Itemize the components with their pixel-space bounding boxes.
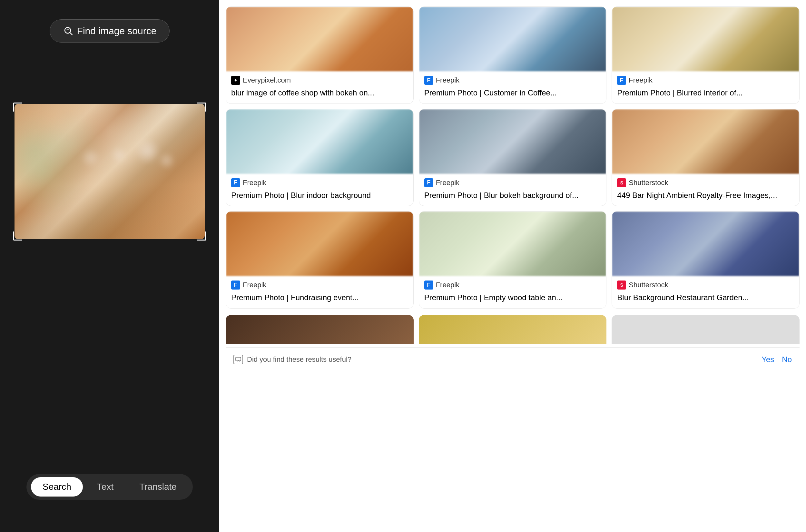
result-card[interactable]: F Freepik Premium Photo | Customer in Co… [419,6,607,104]
partial-card-3[interactable] [612,315,800,344]
source-name: Everypixel.com [243,76,291,84]
result-title: blur image of coffee shop with bokeh on.… [231,88,408,98]
corner-handle-br[interactable] [197,231,206,241]
source-icon-freepik: F [424,76,433,85]
source-row: F Freepik [617,76,794,85]
result-info: F Freepik Premium Photo | Customer in Co… [419,71,607,103]
result-card[interactable]: S Shutterstock Blur Background Restauran… [612,211,800,308]
result-image [419,211,607,276]
result-info: S Shutterstock Blur Background Restauran… [612,276,799,308]
result-image [612,109,799,174]
source-row: F Freepik [424,178,601,187]
result-card[interactable]: F Freepik Premium Photo | Blurred interi… [612,6,800,104]
search-lens-icon [63,25,74,36]
result-title: Premium Photo | Empty wood table an... [424,292,601,303]
results-grid: ✦ Everypixel.com blur image of coffee sh… [226,6,800,315]
source-name: Shutterstock [629,178,668,187]
source-name: Freepik [436,76,459,84]
result-info: F Freepik Premium Photo | Fundraising ev… [226,276,413,308]
source-icon-freepik: F [617,76,626,85]
corner-handle-tl[interactable] [13,102,22,112]
source-row: ✦ Everypixel.com [231,76,408,85]
partial-results-row [226,315,800,344]
source-row: S Shutterstock [617,178,794,187]
feedback-bar: Did you find these results useful? Yes N… [226,347,800,372]
source-name: Freepik [243,281,266,289]
result-image [226,211,413,276]
result-info: F Freepik Premium Photo | Blur bokeh bac… [419,174,607,206]
uploaded-image [15,104,205,239]
result-info: S Shutterstock 449 Bar Night Ambient Roy… [612,174,799,206]
result-info: F Freepik Premium Photo | Blur indoor ba… [226,174,413,206]
source-name: Freepik [629,76,652,84]
image-preview-area [15,104,205,239]
left-panel: Find image source Search Text Translate [0,0,219,532]
source-row: F Freepik [231,178,408,187]
feedback-actions: Yes No [762,355,792,364]
result-image [226,109,413,174]
result-title: Premium Photo | Customer in Coffee... [424,88,601,98]
result-card[interactable]: S Shutterstock 449 Bar Night Ambient Roy… [612,109,800,206]
result-image [226,7,413,71]
feedback-question-text: Did you find these results useful? [247,355,351,364]
result-card[interactable]: F Freepik Premium Photo | Blur bokeh bac… [419,109,607,206]
partial-card-1[interactable] [226,315,414,344]
source-name: Freepik [436,281,459,289]
source-icon-freepik: F [231,281,240,289]
result-info: ✦ Everypixel.com blur image of coffee sh… [226,71,413,103]
right-panel: ✦ Everypixel.com blur image of coffee sh… [219,0,806,532]
bottom-tab-bar: Search Text Translate [26,474,193,500]
tab-translate[interactable]: Translate [128,477,188,496]
result-card[interactable]: F Freepik Premium Photo | Empty wood tab… [419,211,607,308]
source-row: F Freepik [424,281,601,289]
svg-line-1 [70,33,72,35]
corner-handle-tr[interactable] [197,102,206,112]
result-title: 449 Bar Night Ambient Royalty-Free Image… [617,190,794,201]
find-image-label: Find image source [77,25,157,36]
result-title: Premium Photo | Blur indoor background [231,190,408,201]
source-row: S Shutterstock [617,281,794,289]
result-image [612,7,799,71]
source-icon-shutterstock: S [617,281,626,289]
result-title: Premium Photo | Blur bokeh background of… [424,190,601,201]
find-image-source-button[interactable]: Find image source [50,19,170,42]
source-icon-everypixel: ✦ [231,76,240,85]
source-icon-freepik: F [424,281,433,289]
feedback-icon [233,355,243,364]
result-info: F Freepik Premium Photo | Blurred interi… [612,71,799,103]
result-title: Premium Photo | Fundraising event... [231,292,408,303]
result-image [419,7,607,71]
source-icon-freepik: F [424,178,433,187]
result-title: Premium Photo | Blurred interior of... [617,88,794,98]
feedback-no-button[interactable]: No [782,355,792,364]
source-row: F Freepik [424,76,601,85]
result-title: Blur Background Restaurant Garden... [617,292,794,303]
source-name: Freepik [243,178,266,187]
partial-card-2[interactable] [419,315,607,344]
source-name: Shutterstock [629,281,668,289]
tab-text[interactable]: Text [85,477,125,496]
result-card[interactable]: ✦ Everypixel.com blur image of coffee sh… [226,6,414,104]
source-icon-freepik: F [231,178,240,187]
source-row: F Freepik [231,281,408,289]
result-info: F Freepik Premium Photo | Empty wood tab… [419,276,607,308]
result-image [419,109,607,174]
result-card[interactable]: F Freepik Premium Photo | Fundraising ev… [226,211,414,308]
source-name: Freepik [436,178,459,187]
result-image [612,211,799,276]
source-icon-shutterstock: S [617,178,626,187]
result-card[interactable]: F Freepik Premium Photo | Blur indoor ba… [226,109,414,206]
tab-search[interactable]: Search [31,477,83,496]
corner-handle-bl[interactable] [13,231,22,241]
feedback-question-area: Did you find these results useful? [233,355,351,364]
feedback-yes-button[interactable]: Yes [762,355,774,364]
